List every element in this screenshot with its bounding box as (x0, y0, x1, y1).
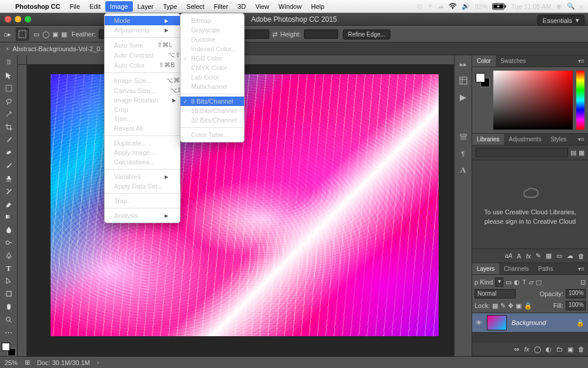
mask-icon[interactable]: ◯ (534, 346, 541, 353)
panel-menu-icon[interactable]: ▾≡ (573, 55, 588, 67)
zoom-window[interactable] (25, 16, 31, 22)
cloud-lib-icon[interactable]: ☁ (567, 252, 573, 260)
menu-edit[interactable]: Edit (85, 1, 105, 12)
color-lib-icon[interactable]: ▦ (546, 252, 552, 260)
fx-icon[interactable]: fx (526, 253, 531, 260)
mode-item-16-bits-channel[interactable]: 16 Bits/Channel (181, 106, 244, 115)
battery-icon[interactable] (492, 3, 506, 10)
lock-pos-icon[interactable]: ✥ (508, 302, 513, 310)
group-icon[interactable]: 🗀 (556, 346, 563, 353)
menu-item-duplicate-[interactable]: Duplicate... (105, 138, 180, 148)
link-layers-icon[interactable]: ⇔ (514, 346, 519, 353)
trash-icon[interactable]: 🗑 (578, 253, 584, 260)
fg-bg-swatch[interactable] (476, 73, 490, 87)
paragraph-icon[interactable]: ¶ (458, 148, 469, 159)
blend-mode-select[interactable]: Normal (475, 289, 516, 299)
play-icon[interactable]: ▶ (458, 92, 469, 102)
mode-item-8-bits-channel[interactable]: ✓8 Bits/Channel (181, 97, 244, 106)
filter-toggle[interactable]: ⊡ (580, 279, 586, 286)
list-view-icon[interactable]: ▤ (570, 149, 576, 157)
lock-trans-icon[interactable]: ▦ (492, 302, 498, 310)
marquee-rect-icon[interactable]: ▭ (34, 31, 39, 38)
dodge-tool[interactable] (2, 237, 16, 249)
mode-item-32-bits-channel[interactable]: 32 Bits/Channel (181, 115, 244, 125)
lock-all-icon[interactable]: 🔒 (524, 302, 532, 310)
shape-tool[interactable] (2, 288, 16, 300)
menu-item-adjustments[interactable]: Adjustments▶ (105, 25, 180, 35)
swap-icon[interactable]: ⇄ (272, 31, 278, 38)
close-tab-icon[interactable]: × (6, 46, 9, 52)
menu-item-image-size-[interactable]: Image Size...⌥⌘I (105, 75, 180, 85)
delete-layer-icon[interactable]: 🗑 (578, 346, 584, 353)
eyedropper-tool[interactable] (2, 134, 16, 146)
menu-type[interactable]: Type (158, 1, 182, 12)
spotlight-icon[interactable]: 🔍 (567, 2, 575, 10)
menu-3d[interactable]: 3D (233, 1, 250, 12)
path-select-tool[interactable] (2, 275, 16, 287)
current-tool-icon[interactable] (16, 28, 29, 41)
menu-view[interactable]: View (250, 1, 274, 12)
filter-image-icon[interactable]: ▭ (506, 279, 512, 286)
mode-item-multichannel[interactable]: Multichannel (181, 82, 244, 91)
history-brush-tool[interactable] (2, 185, 16, 197)
grid-view-icon[interactable]: ▦ (579, 149, 584, 157)
visibility-icon[interactable]: 👁 (476, 319, 482, 326)
stamp-tool[interactable] (2, 172, 16, 184)
tab-color[interactable]: Color (472, 55, 496, 67)
mode-item-cmyk-color[interactable]: CMYK Color (181, 63, 244, 72)
document-tab[interactable]: × Abstract-Backgrounds-Vol-2_0... (0, 42, 112, 55)
mode-item-grayscale[interactable]: Grayscale (181, 25, 244, 35)
menu-image[interactable]: Image (105, 1, 133, 12)
app-name[interactable]: Photoshop CC (11, 1, 65, 12)
mode-item-rgb-color[interactable]: ✓RGB Color (181, 54, 244, 63)
menu-window[interactable]: Window (274, 1, 306, 12)
fx-icon[interactable]: fx (524, 346, 529, 353)
tab-styles[interactable]: Styles (546, 134, 571, 145)
menu-item-apply-image-[interactable]: Apply Image... (105, 148, 180, 157)
menu-item-auto-tone[interactable]: Auto Tone⇧⌘L (105, 40, 180, 50)
cloud-icon[interactable]: ☁ (437, 2, 444, 10)
menu-item-calculations-[interactable]: Calculations... (105, 157, 180, 167)
refine-edge-button[interactable]: Refine Edge... (343, 29, 390, 39)
grip-icon[interactable]: ⠿ (2, 57, 16, 69)
layer-thumbnail[interactable] (487, 315, 507, 330)
menu-help[interactable]: Help (306, 1, 329, 12)
kind-filter[interactable]: ▾ (495, 277, 503, 287)
tray-icon[interactable]: ✳ (427, 2, 433, 10)
zoom-level[interactable]: 25% (5, 359, 18, 366)
mode-item-indexed-color-[interactable]: Indexed Color... (181, 44, 244, 54)
tab-paths[interactable]: Paths (533, 263, 558, 274)
character-icon[interactable]: A (458, 165, 469, 175)
pen-tool[interactable] (2, 249, 16, 261)
filter-shape-icon[interactable]: ▱ (529, 279, 533, 286)
minimize-window[interactable] (15, 16, 21, 22)
tab-adjustments[interactable]: Adjustments (504, 134, 546, 145)
mode-item-lab-color[interactable]: Lab Color (181, 72, 244, 82)
lasso-tool[interactable] (2, 95, 16, 107)
layer-row[interactable]: 👁 Background 🔒 (472, 313, 588, 333)
user-icon[interactable]: ◉ (556, 2, 562, 10)
color-picker-field[interactable] (493, 71, 573, 130)
type-tool[interactable]: T (2, 262, 16, 274)
tab-layers[interactable]: Layers (472, 263, 499, 274)
move-tool[interactable] (2, 69, 16, 82)
menu-item-auto-contrast[interactable]: Auto Contrast⌥⇧⌘L (105, 50, 180, 60)
marquee-sub-icon[interactable]: ▣ (52, 31, 58, 38)
menu-filter[interactable]: Filter (209, 1, 233, 12)
menu-item-canvas-size-[interactable]: Canvas Size...⌥⌘C (105, 85, 180, 95)
brush-lib-icon[interactable]: ✎ (536, 252, 541, 260)
expose-icon[interactable]: ⊞ (25, 359, 30, 366)
opacity-field[interactable]: 100% (566, 289, 586, 299)
menu-extra-icon[interactable]: ≡ (580, 3, 583, 10)
menu-layer[interactable]: Layer (133, 1, 159, 12)
menu-item-analysis[interactable]: Analysis▶ (105, 211, 180, 220)
char-icon[interactable]: A (517, 253, 521, 260)
new-layer-icon[interactable]: ▣ (567, 346, 573, 353)
workspace-switcher[interactable]: Essentials▾ (537, 15, 584, 26)
filter-smart-icon[interactable]: ▢ (536, 279, 542, 286)
menu-item-image-rotation[interactable]: Image Rotation▶ (105, 95, 180, 105)
hue-slider[interactable] (576, 71, 584, 130)
menu-item-mode[interactable]: Mode▶ (105, 16, 180, 25)
panel-menu-icon[interactable]: ▾≡ (573, 263, 588, 274)
adjustment-icon[interactable]: ◐ (546, 346, 552, 353)
